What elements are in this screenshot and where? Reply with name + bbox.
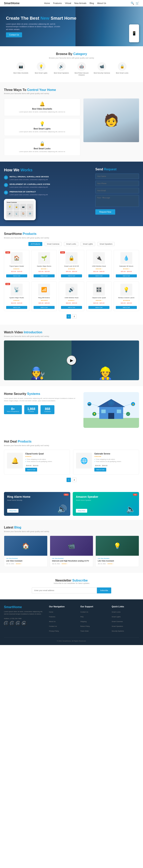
hero-cta-button[interactable]: Contact Us: [6, 32, 22, 37]
category-doorbells[interactable]: 📷 Best Video Doorbells: [12, 62, 30, 76]
security-illustration: 📷 🔒 💡 🔊: [83, 392, 139, 428]
product-card-1: 🌱 Garden Major Burns ★★★★☆ $15.00 - $19.…: [31, 250, 57, 280]
social-facebook-button[interactable]: f: [4, 621, 9, 626]
nav-about[interactable]: About Us: [97, 2, 106, 4]
logo[interactable]: SmartHome: [4, 2, 20, 5]
nav-features[interactable]: Features: [53, 2, 62, 4]
deal-add-button[interactable]: Add to Cart: [94, 468, 106, 471]
phone-item[interactable]: 📡: [13, 211, 20, 217]
stat-num: 1,868: [27, 407, 35, 411]
newsletter-title: Newsletter Subscribe: [4, 579, 139, 582]
speakers-icon: 🔊: [57, 62, 66, 71]
cameras-icon: 📹: [97, 62, 106, 71]
add-to-cart-button[interactable]: Add to Cart: [116, 274, 137, 277]
phone-mockup: 📱: [129, 24, 139, 42]
amazon-badge: Hot: [133, 494, 138, 496]
request-email-input[interactable]: [95, 188, 139, 193]
footer-link-smart-cameras[interactable]: Smart Cameras: [112, 621, 123, 622]
social-twitter-button[interactable]: t: [10, 621, 15, 626]
newsletter-email-input[interactable]: [32, 587, 97, 593]
phone-item[interactable]: 🌡️: [27, 204, 33, 210]
add-to-cart-button[interactable]: Add to Cart: [34, 306, 55, 309]
add-to-cart-button[interactable]: Add to Cart: [116, 306, 137, 309]
footer-link-contact2[interactable]: Contact Us: [80, 611, 88, 613]
blog-card-2[interactable]: 💡 Lite View Assistant Lite View Assistan…: [95, 536, 139, 567]
request-name-input[interactable]: [95, 174, 139, 179]
footer-link-smart-lights[interactable]: Smart Lights: [112, 616, 120, 618]
footer-link-features[interactable]: Features: [49, 616, 55, 618]
blog-grid: 🏠 Lite View Assistant Lite View Assistan…: [4, 536, 139, 567]
category-locks[interactable]: 🔒 Best Smart Locks: [113, 62, 131, 76]
product-image: 📶: [38, 284, 50, 296]
deal-price: $15.00 $19.00: [25, 464, 67, 467]
footer-link-faq[interactable]: FAQ: [80, 616, 83, 618]
add-to-cart-button[interactable]: Add to Cart: [6, 306, 27, 309]
page-btn-2[interactable]: 2: [72, 314, 77, 319]
nav-new-arrivals[interactable]: New Arrivals: [74, 2, 86, 4]
blog-section: Latest Blog Browse your favourite items …: [0, 520, 143, 573]
category-lights[interactable]: 💡 Best Smart Lights: [32, 62, 50, 76]
video-thumbnail: 🧑‍🔧 👷 ▶: [4, 340, 139, 380]
three-ways-layout: 🔔 Best Video Doorbells Lorem ipsum dolor…: [4, 98, 139, 156]
phone-item[interactable]: 💡: [7, 204, 13, 210]
product-image: 🌱: [38, 252, 50, 264]
ring-shop-button[interactable]: Shop Now: [7, 509, 19, 513]
footer-link-home[interactable]: Home: [49, 611, 53, 613]
phone-item[interactable]: 🏠: [20, 211, 26, 217]
cart-icon[interactable]: 🛒: [136, 2, 139, 5]
add-to-cart-button[interactable]: Add to Cart: [34, 274, 55, 277]
footer-link-privacy[interactable]: Privacy Policy: [49, 630, 59, 632]
category-cameras[interactable]: 📹 Best Security Cameras: [93, 62, 111, 76]
category-speakers[interactable]: 🔊 Best Smart Speakers: [52, 62, 70, 76]
social-youtube-button[interactable]: ▶: [22, 621, 27, 626]
way-icon-lights: 💡: [7, 121, 77, 126]
footer-link-about[interactable]: About Us: [49, 621, 56, 622]
filter-speakers[interactable]: Smart Speakers: [97, 242, 115, 246]
footer-link-returns[interactable]: Return Policy: [80, 625, 90, 627]
footer-logo[interactable]: SmartHome: [4, 605, 45, 609]
phone-item[interactable]: ⚙️: [27, 211, 33, 217]
search-icon[interactable]: 🔍: [131, 2, 134, 5]
phone-item[interactable]: 📷: [20, 204, 26, 210]
footer-link-contact[interactable]: Contact Us: [49, 625, 57, 627]
nav-home[interactable]: Home: [44, 2, 50, 4]
nav-blog[interactable]: Blog: [90, 2, 94, 4]
products-pagination: 1 2: [4, 314, 139, 319]
add-to-cart-button[interactable]: Add to Cart: [88, 306, 109, 309]
newsletter-subscribe-button[interactable]: Subscribe: [97, 587, 111, 593]
footer-link-shipping[interactable]: Shipping: [80, 621, 86, 622]
social-linkedin-button[interactable]: in: [16, 621, 21, 626]
filter-lights[interactable]: Smart Lights: [81, 242, 95, 246]
deals-page-btn-2[interactable]: 2: [72, 478, 77, 482]
add-to-cart-button[interactable]: Add to Cart: [6, 274, 27, 277]
phone-item[interactable]: 🔒: [13, 204, 20, 210]
add-to-cart-button[interactable]: Add to Cart: [88, 274, 109, 277]
footer-link-smart-speakers[interactable]: Smart Speakers: [112, 625, 123, 627]
add-to-cart-button[interactable]: Add to Cart: [61, 306, 82, 309]
product-stars: ★★★★★: [34, 300, 55, 301]
footer-link-track[interactable]: Track Order: [80, 630, 89, 632]
page-btn-1[interactable]: 1: [66, 314, 71, 319]
send-request-title: Send Request: [95, 167, 139, 171]
products-subtitle: Browse your favourite items with great q…: [4, 237, 139, 239]
hero-section: Create The Best New Smart Home Lorem ips…: [0, 6, 143, 46]
deals-page-btn-1[interactable]: 1: [66, 478, 71, 482]
filter-cameras[interactable]: Smart Cameras: [45, 242, 62, 246]
amazon-shop-button[interactable]: Shop Now: [76, 509, 87, 513]
blog-card-0[interactable]: 🏠 Lite View Assistant Lite View Assistan…: [4, 536, 48, 567]
blog-card-1[interactable]: 📹 Lite View Assistant Intercom and High …: [50, 536, 93, 567]
product-card-5: Sale 📡 System Major Rustic ★★★★☆ $10.00 …: [4, 281, 29, 311]
nav-virtual[interactable]: Virtual: [65, 2, 71, 4]
filter-locks[interactable]: Smart Locks: [64, 242, 78, 246]
category-vacuum[interactable]: 🤖 Best Robot Vacuum Cleaners: [73, 62, 91, 76]
deal-add-button[interactable]: Add to Cart: [25, 468, 37, 471]
add-to-cart-button[interactable]: Add to Cart: [61, 274, 82, 277]
phone-screen: Smart Controls 💡 🔒 📷 🌡️ 🔊 📡 🏠 ⚙️: [5, 200, 34, 219]
filter-all[interactable]: All Products: [28, 242, 42, 246]
request-message-input[interactable]: [95, 195, 139, 207]
request-submit-button[interactable]: Request Now: [95, 209, 115, 215]
request-phone-input[interactable]: [95, 181, 139, 186]
phone-item[interactable]: 🔊: [7, 211, 13, 217]
footer-link-smart-locks[interactable]: Smart Locks: [112, 611, 120, 613]
footer-link-security[interactable]: Security Systems: [112, 630, 124, 632]
